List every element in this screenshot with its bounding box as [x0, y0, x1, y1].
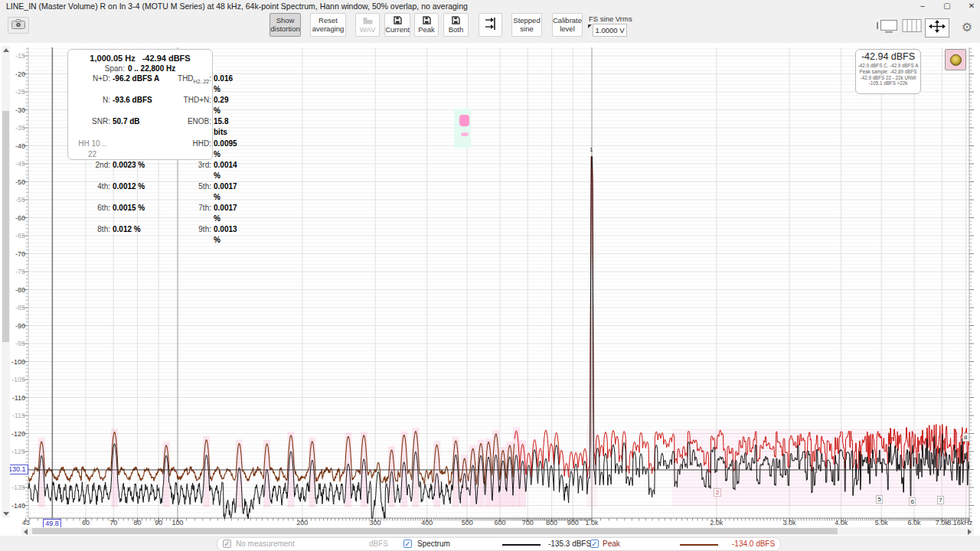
- spectrum-legend-label: Spectrum: [417, 540, 450, 548]
- stepped-sine-label: Stepped sine: [513, 17, 540, 33]
- overlay-label: 5th:: [171, 181, 214, 203]
- app-window: LINE_IN (Master Volume) R on In 3-4 (MOT…: [0, 0, 980, 551]
- overlay-value: -93.6 dBFS: [113, 95, 171, 116]
- overlay-value: 0.012 %: [113, 224, 171, 246]
- overlay-label: THDH2..22:: [171, 73, 214, 95]
- legend-pill: ✓ No measurement dBFS ✓ Spectrum -135.3 …: [217, 537, 781, 551]
- overlay-label: HHD:: [171, 139, 214, 160]
- fs-sine-vrms-label: FS sine Vrms: [589, 15, 632, 23]
- overlay-value: 0.0017 %: [214, 203, 237, 224]
- status-unit-label: dBFS: [369, 540, 388, 548]
- toolbar: Show distortion Reset averaging WAV Curr…: [0, 12, 980, 43]
- level-reading-box: -42.94 dBFS -42.9 dBFS C, -42.9 dBFS APe…: [855, 49, 921, 94]
- scroll-left-icon[interactable]: [24, 529, 28, 535]
- spectrum-line-swatch: [502, 544, 541, 546]
- stepped-sine-button[interactable]: Stepped sine: [511, 13, 542, 37]
- fullscreen-button[interactable]: [925, 18, 949, 37]
- save-wav-button[interactable]: WAV: [355, 13, 380, 37]
- x-tick-label: 3.0k: [774, 519, 805, 527]
- calibrate-level-label: Calibrate level: [553, 17, 582, 33]
- overlay-value: 50.7 dB: [113, 116, 171, 138]
- title-bar: LINE_IN (Master Volume) R on In 3-4 (MOT…: [0, 0, 980, 12]
- close-button[interactable]: ✕: [960, 0, 980, 12]
- x-tick-label: 100: [162, 519, 193, 527]
- floppy-save-icon: [394, 16, 402, 25]
- monitor-icon: [876, 18, 899, 37]
- overlay-label: N:: [74, 95, 113, 116]
- floppy-save-icon: [423, 16, 431, 25]
- overlay-span-value: 0 .. 22,800 Hz: [128, 64, 175, 73]
- panels-layout-button[interactable]: [902, 19, 922, 35]
- settings-button[interactable]: ⚙: [959, 18, 975, 35]
- overlay-span-label: Span:: [105, 64, 125, 73]
- overlay-value: 0.0023 %: [113, 160, 171, 181]
- scroll-down-icon[interactable]: [3, 512, 9, 516]
- x-tick-label: 4.0k: [826, 519, 857, 527]
- x-tick-label: 500: [452, 519, 482, 527]
- x-tick-label: 2.0k: [701, 519, 732, 527]
- reset-averaging-label: Reset averaging: [312, 17, 345, 33]
- scroll-right-icon[interactable]: [968, 529, 972, 535]
- columns-icon: [902, 18, 922, 37]
- peak-legend-label: Peak: [603, 540, 620, 548]
- frequency-scrollbar-thumb[interactable]: [32, 528, 838, 534]
- no-measurement-label: No measurement: [236, 540, 295, 548]
- overlay-value: 0.0014 %: [214, 160, 237, 181]
- overlay-label: 6th:: [74, 203, 113, 224]
- display-layout-button[interactable]: [876, 19, 899, 35]
- level-scrollbar-thumb[interactable]: [2, 111, 9, 342]
- loopback-insert-button[interactable]: [479, 13, 502, 37]
- overlay-label: THD+N:: [171, 95, 214, 116]
- scroll-up-icon[interactable]: [3, 48, 9, 52]
- x-tick-label: 600: [485, 519, 515, 527]
- spectrum-checkbox[interactable]: ✓: [403, 540, 412, 548]
- save-both-label: Both: [449, 26, 464, 34]
- x-tick-label: 5.0k: [866, 519, 897, 527]
- overlay-value: 0.0013 %: [214, 224, 237, 246]
- show-distortion-label: Show distortion: [270, 17, 300, 33]
- spectrum-cursor-value: -135.3 dBFS: [548, 540, 591, 548]
- save-peak-button[interactable]: Peak: [414, 13, 439, 37]
- camera-icon: [11, 18, 25, 32]
- signal-indicator-button[interactable]: [945, 49, 966, 70]
- overlay-label: HH 10 .. 22: [74, 139, 113, 160]
- save-both-button[interactable]: Both: [443, 13, 469, 37]
- peak-checkbox[interactable]: ✓: [590, 540, 599, 548]
- harmonic-marker-1: 1: [590, 146, 593, 153]
- x-tick-label: 400: [412, 519, 443, 527]
- overlay-value: 15.8 bits: [214, 116, 237, 138]
- fs-sine-vrms-value: 1.0000 V: [595, 26, 624, 34]
- overlay-label: 4th:: [74, 181, 113, 203]
- overlay-label: ENOB:: [171, 116, 214, 138]
- save-wav-label: WAV: [360, 26, 376, 34]
- minimize-button[interactable]: –: [911, 0, 934, 12]
- overlay-value: 0.29 %: [214, 95, 237, 116]
- screenshot-camera-button[interactable]: [8, 17, 29, 34]
- fs-sine-vrms-input[interactable]: 1.0000 V: [593, 24, 627, 37]
- save-current-label: Current: [385, 26, 410, 34]
- maximize-button[interactable]: ▢: [936, 0, 959, 12]
- x-tick-label: 60: [70, 519, 101, 527]
- frequency-scrollbar[interactable]: [21, 527, 974, 535]
- peak-cursor-value: -134.0 dBFS: [732, 540, 775, 548]
- measurement-overlay: 1,000.05 Hz -42.94 dBFS Span: 0 .. 22,80…: [67, 49, 213, 160]
- overlay-label: 9th:: [171, 224, 214, 246]
- level-reading-main: -42.94 dBFS: [856, 51, 920, 63]
- level-scrollbar[interactable]: [2, 46, 10, 518]
- reset-averaging-button[interactable]: Reset averaging: [310, 13, 346, 37]
- calibrate-level-button[interactable]: Calibrate level: [552, 13, 583, 37]
- no-measurement-checkbox[interactable]: ✓: [223, 540, 231, 548]
- signal-led-icon: [950, 54, 962, 66]
- overlay-level: -42.94 dBFS: [142, 53, 191, 64]
- show-distortion-button[interactable]: Show distortion: [270, 13, 301, 37]
- overlay-value: 0.0012 %: [113, 181, 171, 203]
- x-tick-label: 1.0k: [577, 519, 607, 527]
- x-tick-label: 8.16kHz: [939, 519, 972, 527]
- level-reading-detail: -42.9 dBFS 22 - 22k UNW: [857, 75, 920, 81]
- overlay-value: 0.0015 %: [113, 203, 171, 224]
- overlay-label: 7th:: [171, 203, 214, 224]
- floppy-save-icon: [452, 16, 460, 25]
- save-current-button[interactable]: Current: [384, 13, 410, 37]
- level-reading-detail: -42.9 dBFS C, -42.9 dBFS A: [857, 63, 920, 69]
- status-bar: ✓ No measurement dBFS ✓ Spectrum -135.3 …: [0, 536, 980, 551]
